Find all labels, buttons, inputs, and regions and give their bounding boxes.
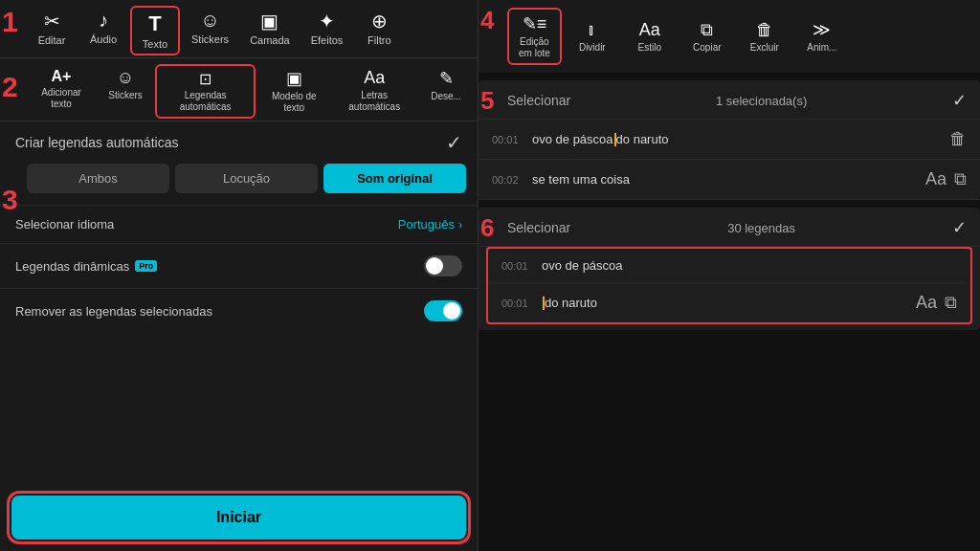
section5-row-1[interactable]: 00:01 ovo de páscoado naruto 🗑 <box>479 120 980 160</box>
chat-s6-icon[interactable]: ⧉ <box>945 293 957 313</box>
tool-copiar[interactable]: ⧉ Copiar <box>680 16 734 57</box>
tab-ambos[interactable]: Ambos <box>27 164 169 193</box>
section5-checkmark[interactable]: ✓ <box>952 90 967 111</box>
second-nav: A+ Adicionar texto ☺ Stickers ⊡ Legendas… <box>0 58 478 121</box>
create-section-header: Criar legendas automáticas ✓ <box>0 121 478 160</box>
nav-add-text-label: Adicionar texto <box>34 87 88 110</box>
tool-anim-label: Anim... <box>807 42 836 54</box>
nav-filtro[interactable]: ⊕ Filtro <box>354 6 404 55</box>
nav-modelo[interactable]: ▣ Modelo de texto <box>257 64 330 119</box>
nav-stickers-label: Stickers <box>191 33 229 45</box>
remover-toggle[interactable] <box>424 300 462 321</box>
section6-highlighted-box: 00:01 ovo de páscoa 00:01 do naruto Aa ⧉ <box>486 247 972 324</box>
iniciar-button[interactable]: Iniciar <box>11 496 466 540</box>
step-3-badge: 3 <box>2 184 18 216</box>
idioma-value: Português › <box>398 217 462 231</box>
tool-excluir[interactable]: 🗑 Excluir <box>738 16 791 57</box>
nav-legendas[interactable]: ⊡ Legendas automáticas <box>155 64 256 119</box>
nav-camada[interactable]: ▣ Camada <box>240 6 300 55</box>
nav-editar[interactable]: ✂ Editar <box>27 6 77 55</box>
music-icon: ♪ <box>99 10 108 32</box>
filter-icon: ⊕ <box>371 10 388 33</box>
nav-stickers2[interactable]: ☺ Stickers <box>98 64 153 119</box>
nav-audio[interactable]: ♪ Áudio <box>78 6 128 55</box>
effect-icon: ✦ <box>319 10 335 33</box>
sticker2-icon: ☺ <box>117 68 134 88</box>
step-4-badge: 4 <box>480 6 494 35</box>
section6-row-1[interactable]: 00:01 ovo de páscoa <box>488 249 970 283</box>
section5-row-2[interactable]: 00:02 se tem uma coisa Aa ⧉ <box>479 160 980 200</box>
tool-dividir[interactable]: ⫾ Dividir <box>566 16 619 57</box>
tool-estilo-label: Estilo <box>638 42 661 54</box>
batch-edit-icon: ✎≡ <box>523 13 547 34</box>
remover-row: Remover as legendas selecionadas <box>0 288 478 333</box>
nav-letras[interactable]: Aa Letras automáticas <box>332 64 416 119</box>
idioma-row[interactable]: Selecionar idioma Português › <box>0 205 478 243</box>
delete-row1-icon[interactable]: 🗑 <box>949 129 967 149</box>
tool-anim[interactable]: ≫ Anim... <box>795 15 849 57</box>
step-6-badge: 6 <box>480 213 494 243</box>
layer-icon: ▣ <box>260 10 278 33</box>
dinamicas-toggle[interactable] <box>424 255 462 276</box>
nav-audio-label: Áudio <box>90 33 117 45</box>
dinamicas-label: Legendas dinâmicas Pro <box>15 259 157 274</box>
checkmark-icon[interactable]: ✓ <box>446 131 462 154</box>
section5-header: Selecionar 1 selecionada(s) ✓ <box>479 80 980 120</box>
step-5-badge: 5 <box>480 86 494 116</box>
tool-edicao-label: Ediçãoem lote <box>519 36 550 59</box>
tool-excluir-label: Excluir <box>750 42 779 54</box>
nav-add-text[interactable]: A+ Adicionar texto <box>27 64 96 119</box>
add-text-icon: A+ <box>52 68 72 85</box>
create-title: Criar legendas automáticas <box>15 135 178 150</box>
idioma-label: Selecionar idioma <box>15 217 114 231</box>
tools-section: 4 ✎≡ Ediçãoem lote ⫾ Dividir Aa Estilo ⧉… <box>479 0 980 73</box>
subtitle-s6-text-2: do naruto <box>542 296 906 311</box>
text-cursor-s6 <box>543 297 545 310</box>
style-row2-icon[interactable]: Aa <box>925 169 947 189</box>
nav-camada-label: Camada <box>250 34 290 46</box>
nav-stickers[interactable]: ☺ Stickers <box>182 6 238 55</box>
nav-texto-label: Texto <box>143 38 167 50</box>
nav-dese[interactable]: ✎ Dese... <box>418 64 474 119</box>
chevron-right-icon: › <box>458 218 462 231</box>
style-icon: Aa <box>639 20 660 40</box>
tool-edicao[interactable]: ✎≡ Ediçãoem lote <box>507 8 562 65</box>
pro-badge: Pro <box>135 260 157 272</box>
tool-estilo[interactable]: Aa Estilo <box>623 16 677 57</box>
tab-locucao[interactable]: Locução <box>175 164 318 193</box>
section6-checkmark[interactable]: ✓ <box>952 217 967 238</box>
dinamicas-row: Legendas dinâmicas Pro <box>0 243 478 288</box>
step-1-badge: 1 <box>2 6 18 38</box>
nav-texto[interactable]: T Texto <box>130 6 180 55</box>
subtitle-text-1: ovo de páscoado naruto <box>532 132 940 147</box>
section5-count: 1 selecionada(s) <box>716 94 807 108</box>
subtitles-icon: ⊡ <box>199 70 212 88</box>
scissors-icon: ✂ <box>44 10 60 33</box>
tab-row: Ambos Locução Som original <box>0 160 478 201</box>
timestamp-0001-s6-1: 00:01 <box>501 260 532 272</box>
nav-filtro-label: Filtro <box>368 34 390 46</box>
section6-row-2[interactable]: 00:01 do naruto Aa ⧉ <box>488 283 970 322</box>
left-panel: 1 ✂ Editar ♪ Áudio T Texto ☺ Stickers ▣ … <box>0 0 479 551</box>
section-5: 5 Selecionar 1 selecionada(s) ✓ 00:01 ov… <box>479 80 980 200</box>
row2-actions: Aa ⧉ <box>925 169 967 189</box>
anim-icon: ≫ <box>813 19 831 40</box>
model-icon: ▣ <box>286 68 302 89</box>
tool-copiar-label: Copiar <box>693 42 721 54</box>
timestamp-0002: 00:02 <box>492 174 523 186</box>
remover-label: Remover as legendas selecionadas <box>15 304 212 319</box>
section5-select-label[interactable]: Selecionar <box>507 93 570 108</box>
section6-select-label[interactable]: Selecionar <box>507 220 570 235</box>
style-s6-icon[interactable]: Aa <box>916 293 937 313</box>
nav-efeitos[interactable]: ✦ Efeitos <box>301 6 353 55</box>
subtitle-text-2: se tem uma coisa <box>532 172 916 187</box>
chat-row2-icon[interactable]: ⧉ <box>954 169 967 189</box>
text-icon: T <box>148 11 161 36</box>
nav-modelo-label: Modelo de texto <box>265 91 323 114</box>
settings-section: Selecionar idioma Português › Legendas d… <box>0 201 478 488</box>
nav-dese-label: Dese... <box>431 91 461 102</box>
tab-som-original[interactable]: Som original <box>323 164 466 193</box>
step-2-badge: 2 <box>2 71 18 103</box>
section-6: 6 Selecionar 30 legendas ✓ 00:01 ovo de … <box>479 208 980 330</box>
tools-bar: ✎≡ Ediçãoem lote ⫾ Dividir Aa Estilo ⧉ C… <box>479 0 980 73</box>
